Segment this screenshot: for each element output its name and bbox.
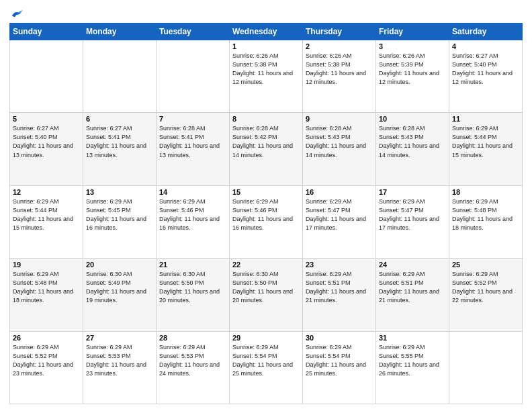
day-number: 16 (306, 188, 373, 196)
day-number: 12 (13, 188, 80, 196)
calendar-header-saturday: Saturday (449, 24, 523, 40)
day-number: 9 (306, 115, 373, 123)
calendar-week-row: 19Sunrise: 6:29 AM Sunset: 5:48 PM Dayli… (10, 259, 523, 331)
day-info: Sunrise: 6:29 AM Sunset: 5:52 PM Dayligh… (452, 270, 519, 305)
day-info: Sunrise: 6:29 AM Sunset: 5:53 PM Dayligh… (159, 343, 226, 378)
day-number: 28 (159, 334, 226, 342)
calendar-header-sunday: Sunday (10, 24, 83, 40)
day-info: Sunrise: 6:28 AM Sunset: 5:43 PM Dayligh… (379, 124, 446, 159)
day-info: Sunrise: 6:27 AM Sunset: 5:41 PM Dayligh… (86, 124, 153, 159)
calendar-cell: 24Sunrise: 6:29 AM Sunset: 5:51 PM Dayli… (376, 259, 449, 331)
calendar-header-thursday: Thursday (303, 24, 376, 40)
calendar-cell: 28Sunrise: 6:29 AM Sunset: 5:53 PM Dayli… (157, 331, 230, 404)
day-number: 5 (13, 115, 80, 123)
calendar-cell (157, 40, 230, 113)
calendar-cell: 23Sunrise: 6:29 AM Sunset: 5:51 PM Dayli… (303, 259, 376, 331)
calendar-cell: 6Sunrise: 6:27 AM Sunset: 5:41 PM Daylig… (83, 113, 157, 185)
calendar-cell: 8Sunrise: 6:28 AM Sunset: 5:42 PM Daylig… (230, 113, 303, 185)
day-info: Sunrise: 6:26 AM Sunset: 5:38 PM Dayligh… (306, 52, 373, 87)
day-number: 23 (306, 261, 373, 269)
day-info: Sunrise: 6:27 AM Sunset: 5:40 PM Dayligh… (452, 52, 519, 87)
day-number: 29 (232, 334, 300, 342)
day-info: Sunrise: 6:28 AM Sunset: 5:41 PM Dayligh… (159, 124, 226, 159)
calendar-cell: 2Sunrise: 6:26 AM Sunset: 5:38 PM Daylig… (303, 40, 376, 113)
day-info: Sunrise: 6:29 AM Sunset: 5:55 PM Dayligh… (379, 343, 446, 378)
day-number: 7 (159, 115, 226, 123)
day-info: Sunrise: 6:29 AM Sunset: 5:44 PM Dayligh… (13, 197, 80, 232)
day-number: 18 (452, 188, 519, 196)
day-number: 19 (13, 261, 80, 269)
calendar-week-row: 5Sunrise: 6:27 AM Sunset: 5:40 PM Daylig… (10, 113, 523, 185)
calendar-cell: 9Sunrise: 6:28 AM Sunset: 5:43 PM Daylig… (303, 113, 376, 185)
calendar-cell (449, 331, 523, 404)
calendar-cell: 15Sunrise: 6:29 AM Sunset: 5:46 PM Dayli… (230, 185, 303, 258)
calendar-header-tuesday: Tuesday (157, 24, 230, 40)
calendar-table: SundayMondayTuesdayWednesdayThursdayFrid… (9, 23, 523, 404)
day-info: Sunrise: 6:29 AM Sunset: 5:45 PM Dayligh… (86, 197, 153, 232)
calendar-header-row: SundayMondayTuesdayWednesdayThursdayFrid… (10, 24, 523, 40)
day-info: Sunrise: 6:29 AM Sunset: 5:54 PM Dayligh… (232, 343, 300, 378)
calendar-cell: 25Sunrise: 6:29 AM Sunset: 5:52 PM Dayli… (449, 259, 523, 331)
calendar-cell: 7Sunrise: 6:28 AM Sunset: 5:41 PM Daylig… (157, 113, 230, 185)
calendar-cell: 5Sunrise: 6:27 AM Sunset: 5:40 PM Daylig… (10, 113, 83, 185)
calendar-cell: 27Sunrise: 6:29 AM Sunset: 5:53 PM Dayli… (83, 331, 157, 404)
page: SundayMondayTuesdayWednesdayThursdayFrid… (0, 0, 532, 411)
calendar-cell: 10Sunrise: 6:28 AM Sunset: 5:43 PM Dayli… (376, 113, 449, 185)
day-number: 6 (86, 115, 153, 123)
calendar-cell: 17Sunrise: 6:29 AM Sunset: 5:47 PM Dayli… (376, 185, 449, 258)
day-info: Sunrise: 6:29 AM Sunset: 5:47 PM Dayligh… (306, 197, 373, 232)
day-number: 4 (452, 42, 519, 50)
day-number: 27 (86, 334, 153, 342)
day-number: 11 (452, 115, 519, 123)
calendar-cell: 3Sunrise: 6:26 AM Sunset: 5:39 PM Daylig… (376, 40, 449, 113)
day-info: Sunrise: 6:29 AM Sunset: 5:46 PM Dayligh… (232, 197, 300, 232)
day-number: 30 (306, 334, 373, 342)
day-info: Sunrise: 6:28 AM Sunset: 5:43 PM Dayligh… (306, 124, 373, 159)
calendar-week-row: 1Sunrise: 6:26 AM Sunset: 5:38 PM Daylig… (10, 40, 523, 113)
calendar-header-wednesday: Wednesday (230, 24, 303, 40)
day-number: 2 (306, 42, 373, 50)
calendar-cell: 26Sunrise: 6:29 AM Sunset: 5:52 PM Dayli… (10, 331, 83, 404)
day-info: Sunrise: 6:29 AM Sunset: 5:46 PM Dayligh… (159, 197, 226, 232)
calendar-cell: 4Sunrise: 6:27 AM Sunset: 5:40 PM Daylig… (449, 40, 523, 113)
calendar-week-row: 12Sunrise: 6:29 AM Sunset: 5:44 PM Dayli… (10, 185, 523, 258)
calendar-cell: 19Sunrise: 6:29 AM Sunset: 5:48 PM Dayli… (10, 259, 83, 331)
day-info: Sunrise: 6:26 AM Sunset: 5:38 PM Dayligh… (232, 52, 300, 87)
calendar-cell: 31Sunrise: 6:29 AM Sunset: 5:55 PM Dayli… (376, 331, 449, 404)
calendar-cell: 16Sunrise: 6:29 AM Sunset: 5:47 PM Dayli… (303, 185, 376, 258)
calendar-cell: 1Sunrise: 6:26 AM Sunset: 5:38 PM Daylig… (230, 40, 303, 113)
calendar-cell (83, 40, 157, 113)
calendar-week-row: 26Sunrise: 6:29 AM Sunset: 5:52 PM Dayli… (10, 331, 523, 404)
logo (9, 9, 23, 19)
day-number: 1 (232, 42, 300, 50)
day-info: Sunrise: 6:29 AM Sunset: 5:48 PM Dayligh… (13, 270, 80, 305)
day-number: 14 (159, 188, 226, 196)
day-info: Sunrise: 6:29 AM Sunset: 5:44 PM Dayligh… (452, 124, 519, 159)
day-info: Sunrise: 6:29 AM Sunset: 5:52 PM Dayligh… (13, 343, 80, 378)
day-info: Sunrise: 6:29 AM Sunset: 5:53 PM Dayligh… (86, 343, 153, 378)
day-number: 8 (232, 115, 300, 123)
calendar-header-friday: Friday (376, 24, 449, 40)
day-number: 10 (379, 115, 446, 123)
day-info: Sunrise: 6:27 AM Sunset: 5:40 PM Dayligh… (13, 124, 80, 159)
calendar-cell: 18Sunrise: 6:29 AM Sunset: 5:48 PM Dayli… (449, 185, 523, 258)
calendar-cell: 12Sunrise: 6:29 AM Sunset: 5:44 PM Dayli… (10, 185, 83, 258)
day-number: 15 (232, 188, 300, 196)
day-number: 26 (13, 334, 80, 342)
day-number: 13 (86, 188, 153, 196)
calendar-cell: 14Sunrise: 6:29 AM Sunset: 5:46 PM Dayli… (157, 185, 230, 258)
day-number: 25 (452, 261, 519, 269)
day-info: Sunrise: 6:29 AM Sunset: 5:51 PM Dayligh… (306, 270, 373, 305)
day-info: Sunrise: 6:30 AM Sunset: 5:50 PM Dayligh… (159, 270, 226, 305)
day-info: Sunrise: 6:29 AM Sunset: 5:48 PM Dayligh… (452, 197, 519, 232)
day-number: 17 (379, 188, 446, 196)
calendar-cell: 21Sunrise: 6:30 AM Sunset: 5:50 PM Dayli… (157, 259, 230, 331)
day-number: 31 (379, 334, 446, 342)
calendar-cell: 30Sunrise: 6:29 AM Sunset: 5:54 PM Dayli… (303, 331, 376, 404)
calendar-cell: 13Sunrise: 6:29 AM Sunset: 5:45 PM Dayli… (83, 185, 157, 258)
calendar-cell: 22Sunrise: 6:30 AM Sunset: 5:50 PM Dayli… (230, 259, 303, 331)
calendar-cell (10, 40, 83, 113)
day-info: Sunrise: 6:28 AM Sunset: 5:42 PM Dayligh… (232, 124, 300, 159)
calendar-header-monday: Monday (83, 24, 157, 40)
day-info: Sunrise: 6:26 AM Sunset: 5:39 PM Dayligh… (379, 52, 446, 87)
